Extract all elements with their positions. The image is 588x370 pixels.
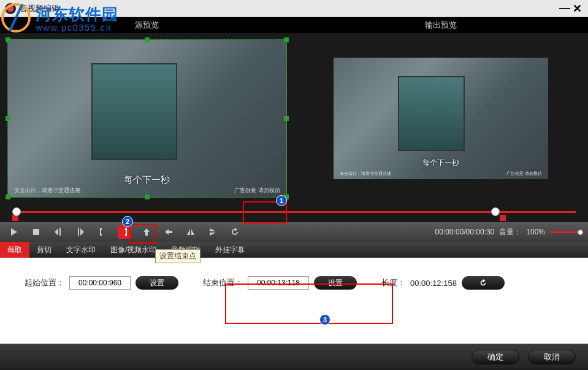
title-bar: 音视频编辑 — ✕ — [0, 0, 588, 17]
crop-handle[interactable] — [6, 116, 10, 121]
tab-text-watermark[interactable]: 文字水印 — [59, 242, 103, 258]
window-title: 音视频编辑 — [20, 3, 559, 14]
end-position-group: 结束位置： 设置 — [203, 276, 357, 290]
start-position-input[interactable] — [69, 276, 131, 290]
crop-handle[interactable] — [284, 116, 289, 121]
tab-crop[interactable]: 剪切 — [29, 242, 59, 258]
rotate-left-button[interactable] — [140, 225, 153, 239]
video-subtext-right: 广告创意 请勿模仿 — [234, 187, 280, 195]
cancel-button[interactable]: 取消 — [528, 350, 576, 364]
tab-subtitle[interactable]: 外挂字幕 — [208, 242, 252, 258]
tab-trim[interactable]: 截取 — [0, 242, 29, 258]
set-start-button[interactable] — [96, 225, 109, 239]
video-subtext-left: 安全出行，请遵守交通法规 — [14, 187, 80, 195]
flip-horizontal-button[interactable] — [184, 225, 197, 239]
reset-length-button[interactable] — [462, 276, 505, 290]
output-video-frame: 每个下一秒 安全出行，请遵守交通法规 广告创意 请勿模仿 — [334, 58, 548, 179]
crop-handle[interactable] — [145, 195, 150, 199]
end-position-input[interactable] — [248, 276, 309, 290]
video-caption: 每个下一秒 — [8, 174, 286, 186]
source-preview-pane: 每个下一秒 安全出行，请遵守交通法规 广告创意 请勿模仿 — [0, 33, 294, 204]
source-preview-label: 源预览 — [0, 17, 294, 33]
video-caption: 每个下一秒 — [334, 158, 548, 168]
set-end-position-button[interactable]: 设置 — [314, 276, 357, 290]
play-button[interactable] — [7, 225, 21, 239]
tooltip-set-end: 设置结束点 — [155, 249, 200, 263]
crop-handle[interactable] — [6, 37, 10, 42]
set-start-position-button[interactable]: 设置 — [136, 276, 178, 290]
length-value: 00:00:12:158 — [410, 279, 457, 288]
flip-vertical-button[interactable] — [206, 225, 220, 239]
start-label: 起始位置： — [25, 277, 64, 288]
volume-slider[interactable] — [550, 231, 581, 233]
crop-handle[interactable] — [145, 37, 150, 42]
reset-button[interactable] — [228, 225, 242, 239]
rotate-right-button[interactable] — [162, 225, 175, 239]
time-display: 00:00:00/00:00:30 — [435, 228, 495, 236]
stop-button[interactable] — [29, 225, 43, 239]
next-frame-button[interactable] — [74, 225, 87, 239]
controls-bar: 00:00:00/00:00:30 音量： 100% — [0, 222, 588, 242]
source-video-frame[interactable]: 每个下一秒 安全出行，请遵守交通法规 广告创意 请勿模仿 — [7, 39, 287, 198]
output-preview-label: 输出预览 — [294, 17, 589, 33]
prev-frame-button[interactable] — [52, 225, 65, 239]
timeline-start-handle[interactable] — [12, 207, 21, 216]
end-label: 结束位置： — [203, 277, 243, 288]
crop-handle[interactable] — [284, 37, 289, 42]
volume-label: 音量： — [499, 227, 521, 237]
video-subtext-right: 广告创意 请勿模仿 — [506, 171, 542, 177]
timeline[interactable] — [0, 204, 588, 222]
preview-header: 源预览 输出预览 — [0, 17, 588, 33]
set-end-button[interactable] — [118, 225, 131, 239]
timeline-track[interactable] — [12, 211, 576, 213]
bottom-bar: 确定 取消 — [0, 344, 588, 369]
crop-handle[interactable] — [284, 195, 289, 199]
video-subtext-left: 安全出行，请遵守交通法规 — [340, 171, 391, 177]
close-button[interactable]: ✕ — [571, 2, 583, 15]
length-label: 长度： — [381, 277, 405, 288]
minimize-button[interactable]: — — [559, 2, 571, 15]
svg-rect-0 — [33, 229, 39, 235]
output-preview-pane: 每个下一秒 安全出行，请遵守交通法规 广告创意 请勿模仿 — [294, 33, 589, 204]
tabs-bar: 截取 剪切 文字水印 图像/视频水印 音频编辑 外挂字幕 — [0, 242, 588, 258]
ok-button[interactable]: 确定 — [472, 350, 519, 364]
crop-handle[interactable] — [6, 195, 10, 199]
timeline-playhead[interactable] — [491, 207, 500, 216]
preview-area: 每个下一秒 安全出行，请遵守交通法规 广告创意 请勿模仿 每个下一秒 安全出行，… — [0, 33, 588, 204]
length-group: 长度： 00:00:12:158 — [381, 276, 505, 290]
volume-value: 100% — [526, 228, 545, 236]
timeline-end-marker[interactable] — [500, 215, 506, 221]
app-icon — [5, 3, 16, 14]
trim-panel: 起始位置： 设置 结束位置： 设置 长度： 00:00:12:158 — [0, 258, 588, 344]
start-position-group: 起始位置： 设置 — [25, 276, 178, 290]
